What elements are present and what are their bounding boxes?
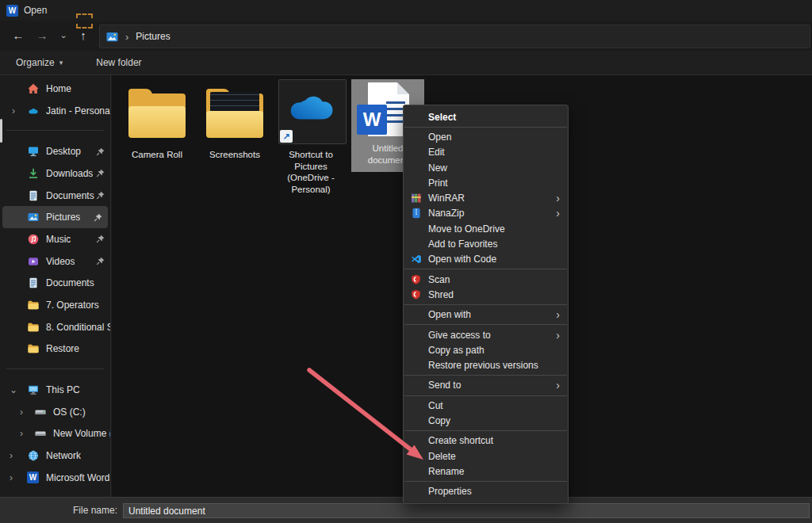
menu-item-send-to[interactable]: Send to › bbox=[404, 378, 568, 393]
sidebar-item-documents-2[interactable]: Documents bbox=[0, 273, 110, 295]
vscode-icon bbox=[411, 254, 422, 265]
sidebar-item-8-conditional-state[interactable]: 8. Conditional State bbox=[0, 316, 110, 338]
folder-icon bbox=[27, 299, 40, 311]
menu-item-shred[interactable]: Shred bbox=[404, 287, 568, 302]
sidebar-item-home[interactable]: Home bbox=[0, 78, 110, 100]
menu-item-open-with-code[interactable]: Open with Code bbox=[404, 252, 568, 267]
shortcut-arrow-icon: ↗ bbox=[280, 130, 293, 143]
menu-item-create-shortcut[interactable]: Create shortcut bbox=[404, 433, 568, 449]
menu-item-open[interactable]: Open bbox=[404, 129, 568, 144]
menu-separator bbox=[404, 304, 567, 305]
menu-item-move-to-onedrive[interactable]: Move to OneDrive bbox=[404, 221, 568, 236]
sidebar-item-restore[interactable]: Restore bbox=[0, 338, 110, 361]
expander-chevron-icon[interactable]: › bbox=[12, 105, 15, 116]
sidebar-item-os-c[interactable]: › OS (C:) bbox=[0, 401, 110, 423]
sidebar-item-downloads[interactable]: Downloads bbox=[0, 162, 110, 185]
new-folder-button[interactable]: New folder bbox=[90, 54, 147, 71]
breadcrumb-location[interactable]: Pictures bbox=[136, 31, 170, 42]
onedrive-icon bbox=[286, 94, 335, 128]
word-icon: W bbox=[27, 471, 40, 484]
annotation-marker bbox=[76, 13, 93, 29]
submenu-chevron-icon: › bbox=[556, 208, 560, 219]
antivirus-shield-icon bbox=[411, 274, 422, 285]
file-name-input[interactable] bbox=[123, 503, 810, 518]
submenu-chevron-icon: › bbox=[556, 380, 560, 391]
onedrive-cloud-icon bbox=[27, 105, 40, 117]
submenu-chevron-icon: › bbox=[556, 193, 560, 204]
caret-down-icon: ▾ bbox=[59, 59, 63, 67]
forward-button[interactable]: → bbox=[32, 25, 52, 45]
desktop-icon bbox=[27, 145, 40, 158]
sidebar-item-7-operators[interactable]: 7. Operators bbox=[0, 294, 110, 316]
organize-button[interactable]: Organize ▾ bbox=[10, 54, 69, 71]
nanazip-icon bbox=[411, 208, 422, 219]
expander-chevron-icon[interactable]: › bbox=[10, 472, 13, 483]
sidebar-item-documents[interactable]: Documents bbox=[0, 185, 110, 207]
sidebar-item-desktop[interactable]: Desktop bbox=[0, 140, 110, 162]
chevron-down-icon: ⌄ bbox=[59, 30, 67, 40]
back-button[interactable]: ← bbox=[8, 25, 29, 45]
folder-icon bbox=[27, 342, 40, 355]
drive-icon bbox=[34, 427, 47, 440]
menu-item-rename[interactable]: Rename bbox=[404, 464, 568, 479]
sidebar-item-videos[interactable]: Videos bbox=[0, 250, 110, 273]
folder-screenshots-icon bbox=[206, 89, 263, 138]
videos-icon bbox=[27, 255, 40, 268]
menu-separator bbox=[404, 395, 567, 396]
sidebar-item-onedrive-personal[interactable]: › Jatin - Personal bbox=[0, 100, 110, 122]
expander-chevron-down-icon[interactable]: ⌄ bbox=[10, 384, 17, 395]
menu-item-give-access-to[interactable]: Give access to › bbox=[404, 327, 568, 342]
folder-icon bbox=[27, 321, 40, 334]
menu-item-properties[interactable]: Properties bbox=[404, 484, 568, 499]
sidebar-scroll-indicator[interactable] bbox=[0, 119, 2, 143]
folder-icon bbox=[128, 89, 186, 138]
file-item-shortcut-to-pictures[interactable]: ↗ Shortcut to Pictures (OneDrive - Perso… bbox=[275, 79, 347, 195]
menu-separator bbox=[404, 481, 567, 482]
menu-item-select[interactable]: Select bbox=[404, 109, 568, 124]
expander-chevron-icon[interactable]: › bbox=[20, 407, 23, 418]
recent-locations-button[interactable]: ⌄ bbox=[53, 25, 74, 45]
documents-icon bbox=[27, 189, 40, 202]
file-item-camera-roll[interactable]: Camera Roll bbox=[121, 79, 193, 161]
sidebar-item-network[interactable]: › Network bbox=[0, 445, 110, 467]
menu-item-new[interactable]: New bbox=[404, 160, 568, 175]
title-bar: W Open bbox=[0, 0, 812, 21]
pictures-icon bbox=[27, 211, 40, 223]
sidebar-item-this-pc[interactable]: ⌄ This PC bbox=[0, 379, 110, 401]
sidebar-item-new-volume-p[interactable]: › New Volume (P:) bbox=[0, 423, 110, 445]
menu-item-cut[interactable]: Cut bbox=[404, 398, 568, 413]
menu-item-winrar[interactable]: WinRAR › bbox=[404, 190, 568, 205]
menu-item-copy[interactable]: Copy bbox=[404, 413, 568, 428]
breadcrumb[interactable]: › Pictures bbox=[99, 25, 810, 48]
sidebar-item-microsoft-word[interactable]: › W Microsoft Word bbox=[0, 467, 110, 489]
pin-icon bbox=[93, 212, 103, 223]
menu-item-open-with[interactable]: Open with › bbox=[404, 307, 568, 323]
menu-item-delete[interactable]: Delete bbox=[404, 449, 568, 464]
back-arrow-icon: ← bbox=[13, 29, 25, 42]
pictures-location-icon bbox=[106, 32, 118, 42]
pin-icon bbox=[95, 190, 105, 200]
sidebar-item-pictures[interactable]: Pictures bbox=[2, 206, 108, 228]
antivirus-shield-icon bbox=[411, 289, 422, 300]
submenu-chevron-icon: › bbox=[556, 330, 560, 341]
menu-item-add-to-favorites[interactable]: Add to Favorites bbox=[404, 236, 568, 251]
menu-item-print[interactable]: Print bbox=[404, 175, 568, 190]
menu-separator bbox=[404, 375, 567, 376]
menu-item-copy-as-path[interactable]: Copy as path bbox=[404, 342, 568, 357]
expander-chevron-icon[interactable]: › bbox=[10, 450, 13, 461]
expander-chevron-icon[interactable]: › bbox=[20, 428, 23, 439]
menu-separator bbox=[404, 324, 567, 325]
file-item-screenshots[interactable]: Screenshots bbox=[199, 79, 270, 161]
pin-icon bbox=[95, 147, 105, 157]
menu-separator bbox=[404, 269, 567, 269]
context-menu: Select Open Edit New Print WinRAR › Nana… bbox=[403, 105, 569, 504]
menu-item-nanazip[interactable]: NanaZip › bbox=[404, 206, 568, 221]
sidebar-item-music[interactable]: Music bbox=[0, 228, 110, 250]
navigation-pane: Home › Jatin - Personal Desktop Download… bbox=[0, 75, 111, 497]
menu-item-restore-previous-versions[interactable]: Restore previous versions bbox=[404, 357, 568, 372]
breadcrumb-chevron-icon: › bbox=[125, 31, 128, 43]
sidebar-divider bbox=[6, 368, 104, 369]
file-label: Screenshots bbox=[199, 149, 270, 161]
menu-item-edit[interactable]: Edit bbox=[404, 145, 568, 160]
menu-item-scan[interactable]: Scan bbox=[404, 272, 568, 287]
